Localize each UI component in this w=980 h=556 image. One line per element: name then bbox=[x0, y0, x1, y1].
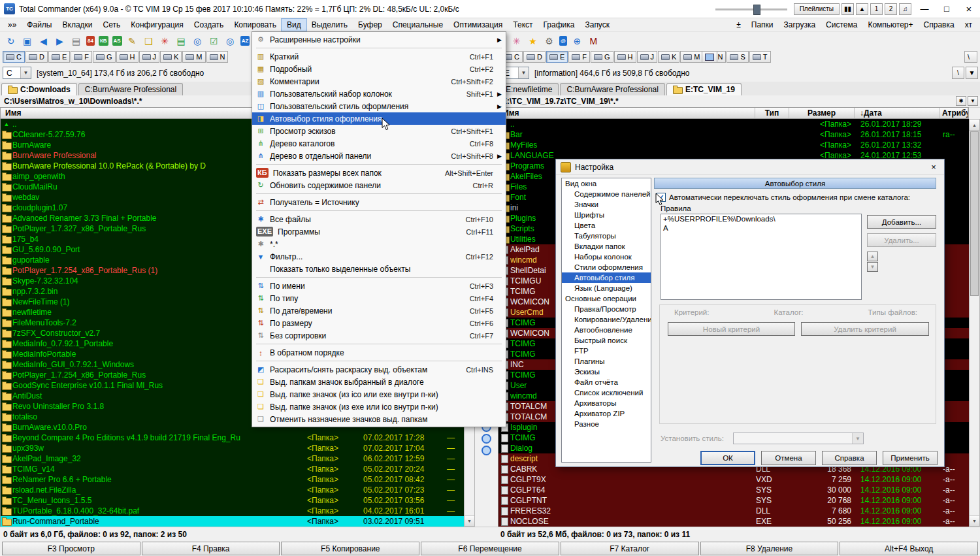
settings-tree-item[interactable]: Вид окна bbox=[562, 178, 651, 189]
delete-rule-button[interactable]: Удалить... bbox=[867, 233, 936, 247]
media-button[interactable]: ▮▮ bbox=[841, 3, 854, 15]
view-menu-item[interactable]: ❏ Выд. папке значок (из ico или exe внут… bbox=[252, 388, 506, 401]
view-menu-item[interactable]: ❏ Выд. папке значок (из exe или ico внут… bbox=[252, 401, 506, 413]
menubar-item[interactable]: Буфер bbox=[353, 19, 387, 31]
menubar-item[interactable]: хт bbox=[960, 19, 977, 31]
settings-tree-item[interactable]: Табуляторы bbox=[562, 231, 651, 241]
settings-tree-item[interactable]: Быстрый поиск bbox=[562, 335, 651, 346]
drive-button[interactable]: N bbox=[206, 51, 229, 63]
chevron-down-icon[interactable]: ▼ bbox=[852, 433, 863, 444]
auto-switch-checkbox[interactable]: ✓ bbox=[657, 193, 666, 202]
drive-button[interactable]: T bbox=[749, 51, 771, 63]
drive-button[interactable]: S bbox=[727, 51, 748, 63]
folder-tab[interactable]: C:BurnAware Professional bbox=[560, 83, 665, 95]
root-button[interactable]: \ bbox=[964, 51, 977, 63]
drive-button[interactable]: E bbox=[546, 51, 568, 63]
settings-tree-item[interactable]: Значки bbox=[562, 199, 651, 210]
column-header-name[interactable]: Имя bbox=[498, 108, 755, 118]
settings-tree-item[interactable]: Плагины bbox=[562, 356, 651, 367]
badge-84-icon[interactable]: 84 bbox=[86, 36, 95, 46]
dialog-titlebar[interactable]: Настройка × bbox=[556, 159, 944, 175]
keyboard-icon[interactable]: ▤ bbox=[68, 33, 84, 48]
settings-tree-item[interactable]: Автовыбор стиля bbox=[562, 272, 651, 283]
file-row[interactable]: NOCLOSE EXE 50 256 14.12.2016 09:00 -a-- bbox=[498, 516, 969, 527]
settings-tree-item[interactable]: Копирование/Удаление bbox=[562, 314, 651, 325]
folder-tab[interactable]: E:newfiletime bbox=[499, 83, 559, 95]
new-criteria-button[interactable]: Новый критерий bbox=[668, 322, 795, 336]
file-row[interactable]: ReNamer Pro 6.6 + Portable <Папка> 05.02… bbox=[1, 474, 464, 485]
back-icon[interactable]: ◀ bbox=[35, 33, 52, 48]
drive-button[interactable]: E bbox=[48, 51, 70, 63]
settings-tree-item[interactable]: Разное bbox=[562, 419, 651, 429]
view-menu-item[interactable]: ▶ bbox=[252, 162, 506, 167]
right-path[interactable]: E:\TC_VIM_19.7z\TC_VIM_19\*.* bbox=[502, 97, 619, 106]
scroll-down-icon[interactable]: ▼ bbox=[465, 515, 474, 526]
menubar-item[interactable]: Создать bbox=[189, 19, 229, 31]
help-button[interactable]: Справка bbox=[822, 451, 877, 465]
view-menu-item[interactable]: EXE Программы Ctrl+F11 ▶ bbox=[252, 225, 506, 238]
file-row[interactable]: CGLPT9X VXD 7 259 14.12.2016 09:00 -a-- bbox=[498, 474, 969, 485]
view-menu-item[interactable]: ▨ Комментарии Ctrl+Shift+F2 ▶ bbox=[252, 75, 506, 88]
dir-history-button[interactable]: ▼ bbox=[966, 67, 978, 79]
chevron-down-icon[interactable]: ▼ bbox=[518, 67, 529, 78]
menubar-item[interactable]: Специальные bbox=[387, 19, 448, 31]
settings-tree-item[interactable]: Файл отчёта bbox=[562, 377, 651, 387]
media-button[interactable]: 1 bbox=[870, 3, 883, 15]
menubar-item[interactable]: Вкладки bbox=[57, 19, 98, 31]
column-header-size[interactable]: Размер bbox=[789, 108, 855, 118]
drive-button[interactable]: C bbox=[3, 51, 25, 63]
menubar-item[interactable]: Файлы bbox=[22, 19, 57, 31]
drive-button[interactable]: D bbox=[523, 51, 546, 63]
minimize-button[interactable]: — bbox=[913, 0, 936, 18]
move-down-icon[interactable]: ▼ bbox=[867, 262, 878, 272]
settings-tree-item[interactable]: Язык (Language) bbox=[562, 283, 651, 293]
settings-tree-item[interactable]: Эскизы bbox=[562, 367, 651, 377]
view-menu-item[interactable]: ▦ Подробный Ctrl+F2 ▶ bbox=[252, 63, 506, 75]
maximize-button[interactable]: □ bbox=[936, 0, 958, 18]
gears-icon[interactable]: ⚙ bbox=[541, 33, 557, 48]
file-row[interactable]: CGLPTNT SYS 20 768 14.12.2016 09:00 -a-- bbox=[498, 495, 969, 506]
cancel-button[interactable]: Отмена bbox=[761, 451, 816, 465]
settings-tree-item[interactable]: Наборы колонок bbox=[562, 252, 651, 262]
scroll-down-icon[interactable]: ▼ bbox=[970, 515, 979, 526]
view-menu-item[interactable]: ◫ Пользовательский стиль оформления ▶ bbox=[252, 100, 506, 112]
settings-tree-item[interactable]: Архиватор ZIP bbox=[562, 408, 651, 419]
attach-icon[interactable]: ❑ bbox=[140, 33, 157, 48]
close-button[interactable]: × bbox=[958, 0, 980, 18]
playlists-button[interactable]: Плейлисты bbox=[794, 3, 840, 15]
menubar-item[interactable]: Справка bbox=[919, 19, 960, 31]
view-menu-item[interactable]: ▼ Фильтр... Ctrl+F12 ▶ bbox=[252, 250, 506, 263]
view-menu-item[interactable]: ❏ Отменить назначение значков выд. папка… bbox=[252, 413, 506, 425]
settings-tree-item[interactable]: Архиваторы bbox=[562, 398, 651, 408]
sort-az-icon[interactable]: AZ bbox=[240, 36, 250, 46]
rule-item[interactable]: +%USERPROFILE%\Downloads\ bbox=[661, 214, 861, 223]
drive-button[interactable]: H bbox=[116, 51, 139, 63]
file-row[interactable]: rsload.net.FileZilla_ <Папка> 05.02.2017… bbox=[1, 485, 464, 495]
flower-icon[interactable]: ✳ bbox=[508, 33, 525, 48]
asterisk-icon[interactable]: ✳ bbox=[157, 33, 173, 48]
view-menu-item[interactable]: ⋔ Дерево в отдельной панели Ctrl+Shift+F… bbox=[252, 150, 506, 162]
view-menu-item[interactable]: Показать только выделенные объекты ▶ bbox=[252, 263, 506, 275]
column-header-date[interactable]: ↓Дата bbox=[855, 108, 939, 118]
menubar-item[interactable]: Выделить bbox=[306, 19, 353, 31]
menubar-item[interactable]: Конфигурация bbox=[125, 19, 189, 31]
file-row[interactable]: TCIMG_v14 <Папка> 05.02.2017 20:24 — bbox=[1, 464, 464, 474]
settings-tree-item[interactable]: Шрифты bbox=[562, 210, 651, 220]
menubar-item[interactable]: Оптимизация bbox=[448, 19, 508, 31]
menubar-item[interactable]: Загрузка bbox=[779, 19, 821, 31]
file-row[interactable]: FRERES32 DLL 7 680 14.12.2016 09:00 -a-- bbox=[498, 506, 969, 516]
view-menu-item[interactable]: ⇄ Получатель = Источнику ▶ bbox=[252, 196, 506, 208]
right-scrollbar[interactable]: ▲ ▼ bbox=[969, 119, 980, 527]
settings-tree-item[interactable]: Цвета bbox=[562, 220, 651, 231]
drive-button[interactable]: F bbox=[71, 51, 92, 63]
fkey-button[interactable]: F3 Просмотр bbox=[2, 542, 140, 555]
scroll-up-icon[interactable]: ▲ bbox=[970, 120, 979, 131]
menubar-item[interactable]: Копировать bbox=[229, 19, 282, 31]
file-row[interactable]: .. <Папка> 26.01.2017 18:29 bbox=[498, 119, 969, 129]
view-menu-item[interactable]: ⚙ Расширенные настройки ▶ bbox=[252, 33, 506, 46]
as-badge-icon[interactable]: AS bbox=[112, 36, 122, 46]
drive-button[interactable]: K bbox=[658, 51, 679, 63]
drive-button[interactable]: J bbox=[139, 51, 160, 63]
view-menu-item[interactable]: ⋔ Дерево каталогов Ctrl+F8 ▶ bbox=[252, 137, 506, 150]
view-menu-item[interactable]: ✱ *.* ▶ bbox=[252, 238, 506, 250]
